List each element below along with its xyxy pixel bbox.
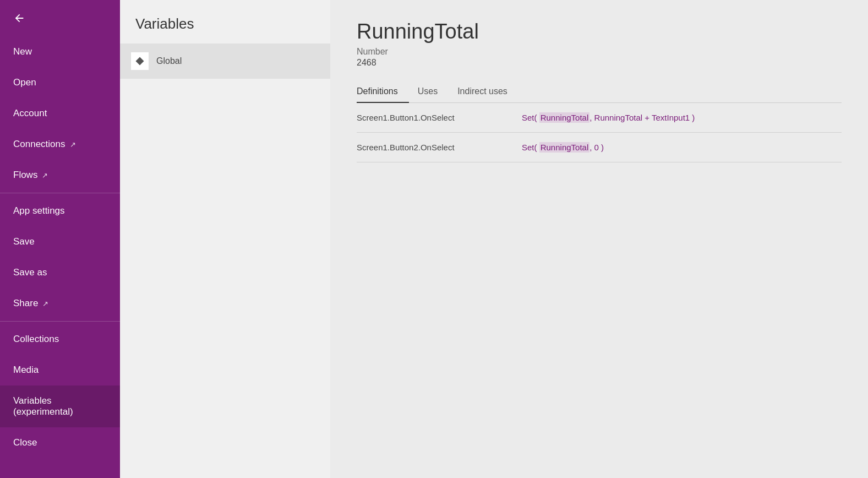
variables-title: Variables [120,0,330,44]
sidebar-item-label: Save [13,236,35,247]
sidebar-item-label: Variables (experimental) [13,395,107,417]
formula-suffix: , 0 ) [589,143,604,152]
external-link-icon: ↗ [42,300,48,308]
sidebar-divider [0,193,120,193]
variable-detail-value: 2468 [357,58,842,68]
sidebar: New Open Account Connections ↗ Flows ↗ A… [0,0,120,478]
back-button[interactable] [0,0,120,36]
def-formula[interactable]: Set( RunningTotal, RunningTotal + TextIn… [522,113,695,122]
variable-detail-title: RunningTotal [357,20,842,44]
variables-panel: Variables Global [120,0,330,478]
sidebar-item-connections[interactable]: Connections ↗ [0,129,120,160]
sidebar-item-label: Collections [13,334,59,345]
def-location: Screen1.Button2.OnSelect [357,143,500,152]
sidebar-divider-2 [0,321,120,322]
sidebar-item-label: New [13,46,32,57]
sidebar-item-label: Open [13,77,36,88]
tab-definitions[interactable]: Definitions [357,81,409,103]
formula-prefix: Set( [522,143,539,152]
sidebar-item-close[interactable]: Close [0,427,120,458]
sidebar-item-open[interactable]: Open [0,67,120,98]
sidebar-item-label: Share [13,298,38,309]
external-link-icon: ↗ [70,140,76,149]
sidebar-item-label: Flows [13,170,37,181]
table-row: Screen1.Button1.OnSelect Set( RunningTot… [357,103,842,133]
sidebar-item-label: Close [13,437,37,448]
formula-highlight: RunningTotal [539,112,590,123]
sidebar-item-label: Media [13,365,39,376]
sidebar-item-save-as[interactable]: Save as [0,257,120,288]
detail-panel: RunningTotal Number 2468 Definitions Use… [330,0,868,478]
def-formula[interactable]: Set( RunningTotal, 0 ) [522,143,604,152]
detail-tabs: Definitions Uses Indirect uses [357,81,842,103]
tab-indirect-uses[interactable]: Indirect uses [457,81,518,103]
sidebar-item-save[interactable]: Save [0,226,120,257]
sidebar-item-label: Account [13,108,47,119]
sidebar-item-share[interactable]: Share ↗ [0,288,120,319]
tab-uses[interactable]: Uses [418,81,449,103]
sidebar-item-flows[interactable]: Flows ↗ [0,160,120,191]
variable-list-item-global[interactable]: Global [120,44,330,79]
definitions-table: Screen1.Button1.OnSelect Set( RunningTot… [357,103,842,162]
sidebar-item-label: Save as [13,267,47,278]
sidebar-item-media[interactable]: Media [0,355,120,385]
sidebar-item-collections[interactable]: Collections [0,324,120,355]
formula-highlight: RunningTotal [539,142,590,153]
sidebar-item-new[interactable]: New [0,36,120,67]
table-row: Screen1.Button2.OnSelect Set( RunningTot… [357,133,842,162]
sidebar-item-label: Connections [13,139,65,150]
sidebar-item-app-settings[interactable]: App settings [0,195,120,226]
formula-prefix: Set( [522,113,539,122]
sidebar-item-label: App settings [13,205,65,216]
formula-suffix: , RunningTotal + TextInput1 ) [589,113,695,122]
variable-detail-type: Number [357,47,842,57]
variable-item-name: Global [156,56,182,66]
sidebar-item-variables[interactable]: Variables (experimental) [0,385,120,427]
variable-icon [131,52,149,70]
sidebar-item-account[interactable]: Account [0,98,120,129]
external-link-icon: ↗ [42,171,48,180]
def-location: Screen1.Button1.OnSelect [357,113,500,122]
